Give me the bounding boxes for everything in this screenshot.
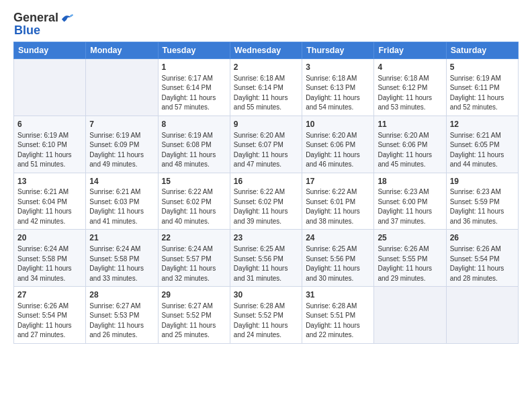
day-number: 16 <box>234 176 298 187</box>
calendar-cell: 1Sunrise: 6:17 AMSunset: 6:14 PMDaylight… <box>158 59 230 116</box>
calendar-cell: 3Sunrise: 6:18 AMSunset: 6:13 PMDaylight… <box>302 59 374 116</box>
day-info: Sunrise: 6:19 AMSunset: 6:08 PMDaylight:… <box>162 131 226 170</box>
day-info: Sunrise: 6:20 AMSunset: 6:06 PMDaylight:… <box>306 131 370 170</box>
day-info: Sunrise: 6:25 AMSunset: 5:56 PMDaylight:… <box>234 244 298 283</box>
day-info: Sunrise: 6:21 AMSunset: 6:05 PMDaylight:… <box>450 131 515 170</box>
day-info: Sunrise: 6:18 AMSunset: 6:12 PMDaylight:… <box>378 74 442 113</box>
day-number: 7 <box>89 119 154 130</box>
logo-area: General Blue <box>13 11 75 38</box>
header-sunday: Sunday <box>14 42 86 59</box>
day-number: 2 <box>234 62 298 73</box>
day-number: 5 <box>450 62 515 73</box>
day-number: 31 <box>306 289 370 301</box>
calendar-cell <box>14 59 86 116</box>
day-number: 6 <box>17 119 82 130</box>
day-info: Sunrise: 6:22 AMSunset: 6:02 PMDaylight:… <box>234 187 298 226</box>
day-info: Sunrise: 6:24 AMSunset: 5:58 PMDaylight:… <box>89 244 154 283</box>
logo-blue-text: Blue <box>14 24 40 38</box>
day-number: 21 <box>89 232 154 244</box>
calendar-table: SundayMondayTuesdayWednesdayThursdayFrid… <box>13 42 519 344</box>
day-info: Sunrise: 6:19 AMSunset: 6:11 PMDaylight:… <box>450 74 515 113</box>
header-saturday: Saturday <box>446 42 518 59</box>
day-info: Sunrise: 6:23 AMSunset: 5:59 PMDaylight:… <box>450 187 515 226</box>
day-number: 22 <box>162 232 226 244</box>
calendar-cell: 28Sunrise: 6:27 AMSunset: 5:53 PMDayligh… <box>86 287 158 344</box>
calendar-cell <box>446 287 518 344</box>
calendar-cell: 8Sunrise: 6:19 AMSunset: 6:08 PMDaylight… <box>158 116 230 173</box>
week-row-3: 13Sunrise: 6:21 AMSunset: 6:04 PMDayligh… <box>14 173 519 230</box>
calendar-cell: 7Sunrise: 6:19 AMSunset: 6:09 PMDaylight… <box>86 116 158 173</box>
calendar-cell: 19Sunrise: 6:23 AMSunset: 5:59 PMDayligh… <box>446 173 518 230</box>
day-info: Sunrise: 6:21 AMSunset: 6:03 PMDaylight:… <box>89 187 154 226</box>
calendar-cell: 13Sunrise: 6:21 AMSunset: 6:04 PMDayligh… <box>14 173 86 230</box>
calendar-cell: 12Sunrise: 6:21 AMSunset: 6:05 PMDayligh… <box>446 116 518 173</box>
day-number: 1 <box>162 62 226 73</box>
calendar-cell: 2Sunrise: 6:18 AMSunset: 6:14 PMDaylight… <box>230 59 302 116</box>
header: General Blue <box>13 11 519 38</box>
week-row-1: 1Sunrise: 6:17 AMSunset: 6:14 PMDaylight… <box>14 59 519 116</box>
header-friday: Friday <box>374 42 446 59</box>
day-number: 30 <box>234 289 298 301</box>
day-info: Sunrise: 6:28 AMSunset: 5:52 PMDaylight:… <box>234 302 298 340</box>
day-number: 13 <box>17 176 82 187</box>
logo-bird-icon <box>60 12 75 24</box>
calendar-cell: 14Sunrise: 6:21 AMSunset: 6:03 PMDayligh… <box>86 173 158 230</box>
calendar-cell: 20Sunrise: 6:24 AMSunset: 5:58 PMDayligh… <box>14 230 86 287</box>
day-number: 10 <box>306 119 370 130</box>
calendar-cell: 24Sunrise: 6:25 AMSunset: 5:56 PMDayligh… <box>302 230 374 287</box>
calendar-cell: 9Sunrise: 6:20 AMSunset: 6:07 PMDaylight… <box>230 116 302 173</box>
calendar-cell: 27Sunrise: 6:26 AMSunset: 5:54 PMDayligh… <box>14 287 86 344</box>
day-number: 9 <box>234 119 298 130</box>
day-number: 17 <box>306 176 370 187</box>
header-wednesday: Wednesday <box>230 42 302 59</box>
day-number: 8 <box>162 119 226 130</box>
week-row-2: 6Sunrise: 6:19 AMSunset: 6:10 PMDaylight… <box>14 116 519 173</box>
calendar-cell: 31Sunrise: 6:28 AMSunset: 5:51 PMDayligh… <box>302 287 374 344</box>
day-number: 27 <box>17 289 82 301</box>
day-info: Sunrise: 6:20 AMSunset: 6:06 PMDaylight:… <box>378 131 442 170</box>
day-info: Sunrise: 6:24 AMSunset: 5:57 PMDaylight:… <box>162 244 226 283</box>
day-number: 23 <box>234 232 298 244</box>
week-row-4: 20Sunrise: 6:24 AMSunset: 5:58 PMDayligh… <box>14 230 519 287</box>
header-row: SundayMondayTuesdayWednesdayThursdayFrid… <box>14 42 519 59</box>
day-info: Sunrise: 6:28 AMSunset: 5:51 PMDaylight:… <box>306 302 370 340</box>
calendar-cell: 21Sunrise: 6:24 AMSunset: 5:58 PMDayligh… <box>86 230 158 287</box>
calendar-cell: 23Sunrise: 6:25 AMSunset: 5:56 PMDayligh… <box>230 230 302 287</box>
calendar-cell: 30Sunrise: 6:28 AMSunset: 5:52 PMDayligh… <box>230 287 302 344</box>
day-info: Sunrise: 6:22 AMSunset: 6:01 PMDaylight:… <box>306 187 370 226</box>
day-info: Sunrise: 6:21 AMSunset: 6:04 PMDaylight:… <box>17 187 82 226</box>
calendar-cell: 25Sunrise: 6:26 AMSunset: 5:55 PMDayligh… <box>374 230 446 287</box>
calendar-cell: 10Sunrise: 6:20 AMSunset: 6:06 PMDayligh… <box>302 116 374 173</box>
day-number: 11 <box>378 119 442 130</box>
calendar-cell: 6Sunrise: 6:19 AMSunset: 6:10 PMDaylight… <box>14 116 86 173</box>
day-info: Sunrise: 6:27 AMSunset: 5:52 PMDaylight:… <box>162 302 226 340</box>
calendar-cell: 17Sunrise: 6:22 AMSunset: 6:01 PMDayligh… <box>302 173 374 230</box>
day-number: 29 <box>162 289 226 301</box>
calendar-cell: 11Sunrise: 6:20 AMSunset: 6:06 PMDayligh… <box>374 116 446 173</box>
calendar-cell <box>374 287 446 344</box>
day-number: 4 <box>378 62 442 73</box>
day-number: 12 <box>450 119 515 130</box>
day-info: Sunrise: 6:26 AMSunset: 5:54 PMDaylight:… <box>17 302 82 340</box>
calendar-cell: 15Sunrise: 6:22 AMSunset: 6:02 PMDayligh… <box>158 173 230 230</box>
header-monday: Monday <box>86 42 158 59</box>
calendar-cell: 16Sunrise: 6:22 AMSunset: 6:02 PMDayligh… <box>230 173 302 230</box>
day-number: 26 <box>450 232 515 244</box>
calendar-cell: 22Sunrise: 6:24 AMSunset: 5:57 PMDayligh… <box>158 230 230 287</box>
day-info: Sunrise: 6:25 AMSunset: 5:56 PMDaylight:… <box>306 244 370 283</box>
calendar-cell: 29Sunrise: 6:27 AMSunset: 5:52 PMDayligh… <box>158 287 230 344</box>
calendar-cell: 26Sunrise: 6:26 AMSunset: 5:54 PMDayligh… <box>446 230 518 287</box>
day-number: 14 <box>89 176 154 187</box>
day-info: Sunrise: 6:22 AMSunset: 6:02 PMDaylight:… <box>162 187 226 226</box>
calendar-cell: 4Sunrise: 6:18 AMSunset: 6:12 PMDaylight… <box>374 59 446 116</box>
calendar-cell <box>86 59 158 116</box>
day-number: 19 <box>450 176 515 187</box>
calendar-cell: 5Sunrise: 6:19 AMSunset: 6:11 PMDaylight… <box>446 59 518 116</box>
day-number: 24 <box>306 232 370 244</box>
day-number: 15 <box>162 176 226 187</box>
day-number: 18 <box>378 176 442 187</box>
logo-general-text: General <box>13 11 58 25</box>
day-info: Sunrise: 6:18 AMSunset: 6:13 PMDaylight:… <box>306 74 370 113</box>
header-thursday: Thursday <box>302 42 374 59</box>
day-number: 25 <box>378 232 442 244</box>
